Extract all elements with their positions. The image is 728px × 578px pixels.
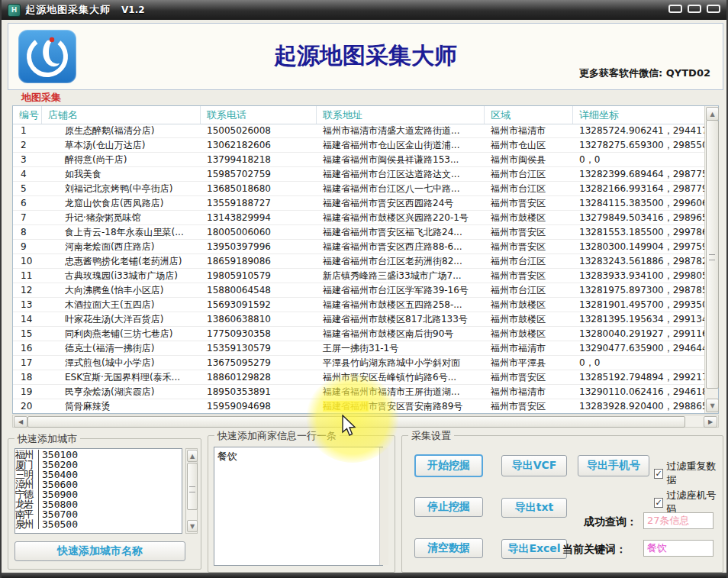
scroll-up-icon[interactable]: ▲ [187,450,198,462]
city-list-scrollbar[interactable]: ▲ ▼ [185,448,198,534]
cell-phone: 17750930358 [201,328,317,339]
table-row[interactable]: 17潭式煎包(城中小学店)13675095279平潭县竹屿湖东路城中小学斜对面福… [13,356,704,370]
city-item[interactable]: 厦门350200 [15,460,182,470]
table-row[interactable]: 8食上青云-18年永泰山里菜(...18005006060福建省福州市晋安区福飞… [13,225,704,240]
success-query-field[interactable]: 27条信息 [643,512,714,529]
city-name: 厦门 [15,460,39,470]
export-vcf-button[interactable]: 导出VCF [501,455,567,476]
table-row[interactable]: 18ESK宜斯·无国界料理(泰禾...18860129828福州市晋安区岳峰镇竹… [13,370,704,385]
table-row[interactable]: 1原生态醉鹅(福清分店)15005026008福州市福清市清盛大道宏路街道...… [13,124,704,138]
cell-coords: 13278275.659300，2985507. [573,139,704,152]
quick-merchant-title: 快速添加商家信息一行一条 [214,429,340,443]
start-mining-button[interactable]: 开始挖掘 [414,454,483,477]
cell-region: 福州市晋安区 [485,226,573,239]
scroll-down-icon[interactable]: ▼ [187,520,198,532]
cell-address: 新店镇秀峰路三盛i33城市广场7... [317,270,485,283]
col-header-phone[interactable]: 联系电话 [201,106,317,124]
city-item[interactable]: 泉州350500 [15,519,182,529]
city-item[interactable]: 福州350100 [15,450,182,460]
clear-data-button[interactable]: 清空数据 [414,538,483,558]
scroll-down-icon[interactable]: ▼ [706,399,719,412]
cell-phone: 13860638810 [201,314,317,325]
table-row[interactable]: 2草本汤(仓山万达店)13062182606福建省福州市仓山区金山街道浦...福… [13,138,704,153]
cell-phone: 15693091592 [201,299,317,310]
cell-region: 福州市台江区 [485,182,573,195]
table-row[interactable]: 3醉得意(尚干店)13799418218福建省福州市闽侯县祥谦路153...福州… [13,153,704,167]
table-row[interactable]: 15同利肉燕老铺(三坊七巷店)17750930358福建省福州市鼓楼区南后街90… [13,327,704,341]
table-vertical-scrollbar[interactable]: ▲ ▼ [704,106,718,413]
col-header-coords[interactable]: 详细坐标 [573,106,704,124]
close-button[interactable] [707,5,720,13]
maximize-button[interactable] [688,5,701,13]
table-row[interactable]: 10忠惠酱鸭捞化老铺(老药洲店)18659189086福建省福州市台江区老药洲街… [13,254,704,269]
cell-name: 筒骨麻辣烫 [42,400,201,413]
cell-name: 忠惠酱鸭捞化老铺(老药洲店) [42,255,201,268]
add-city-button[interactable]: 快速添加城市名称 [14,541,185,561]
mouse-cursor [340,415,357,441]
table-row[interactable]: 7升记·猪杂粥觅味馆13143829994福建省福州市鼓楼区兴园路220-1号福… [13,211,704,225]
table-horizontal-scrollbar[interactable]: ◀ ▶ [12,415,719,428]
cell-id: 19 [13,386,42,397]
title-bar[interactable]: H 起源地图采集大师 V1.2 [2,0,726,20]
cell-coords: 13283928.920400，2988658. [573,400,704,413]
table-row[interactable]: 16德克士(福清一拂街店)15359130579王屏一拂街31-1号福州市福清市… [13,341,704,356]
table-row[interactable]: 20筒骨麻辣烫15959094698福建省福州市晋安区晋安南路89号福州市晋安区… [13,399,704,413]
city-list[interactable]: 福州350100厦门350200三明350400漳州350600宁德350900… [14,448,182,534]
table-row[interactable]: 4如我美食15985702759福建省福州市台江区达道路达文...福州市台江区1… [13,167,704,182]
cell-address: 平潭县竹屿湖东路城中小学斜对面 [317,357,485,370]
table-row[interactable]: 5刘福记北京烤鸭(中亭街店)13685018680福建省福州市台江区八一七中路.… [13,182,704,196]
city-item[interactable]: 漳州350600 [15,480,182,489]
checkbox-checked-icon[interactable]: ✓ [654,498,663,508]
tab-map-collect[interactable]: 地图采集 [21,91,61,105]
window-title: 起源地图采集大师 [25,3,111,17]
filter-duplicate-checkbox[interactable]: ✓ 过滤重复数据 [654,460,723,487]
city-item[interactable]: 三明350400 [15,470,182,480]
checkbox-checked-icon[interactable]: ✓ [654,469,663,479]
export-excel-button[interactable]: 导出Excel [501,539,567,559]
export-phone-button[interactable]: 导出手机号 [578,455,649,476]
col-header-region[interactable]: 区域 [485,106,573,124]
cell-id: 10 [13,256,42,266]
cell-region: 福州市台江区 [485,284,573,297]
stop-mining-button[interactable]: 停止挖掘 [414,497,483,517]
export-txt-button[interactable]: 导出txt [501,498,567,518]
scroll-left-icon[interactable]: ◀ [14,416,27,428]
quick-city-title: 快速添加城市 [14,432,80,446]
cell-coords: 13285192.794894，2992179. [573,371,704,384]
table-row[interactable]: 19民亨杂烩汤(湖滨霞店)18950353891福建省福州市福清市王屏街道湖..… [13,385,704,399]
table-row[interactable]: 9河南老烩面(西庄路店)13950397996福建省福州市晋安区西庄路88-6.… [13,240,704,254]
cell-region: 福州市福清市 [485,342,573,355]
cell-coords: 13283933.934100，2998051. [573,270,704,283]
city-name: 漳州 [15,480,39,489]
city-item[interactable]: 宁德350900 [15,489,182,499]
city-item[interactable]: 南平350700 [15,509,182,519]
table-row[interactable]: 13木酒拉面大王(五四店)15693091592福建省福州市鼓楼区五四路258-… [13,298,704,312]
cell-region: 福州市晋安区 [485,371,573,384]
cell-address: 福建省福州市台江区学军路39-16号 [317,284,485,297]
cell-id: 6 [13,198,42,208]
cell-coords: 0，0 [573,357,704,370]
cell-address: 福建省福州市鼓楼区兴园路220-1号 [317,212,485,224]
cell-phone: 13675095279 [201,357,317,368]
merchant-scrollbar[interactable] [379,447,388,565]
col-header-id[interactable]: 编号 [13,106,42,124]
table-row[interactable]: 14叶家花生汤(大洋百货店)13860638810福建省福州市鼓楼区817北路1… [13,312,704,327]
scroll-up-icon[interactable]: ▲ [706,107,719,121]
vertical-scroll-thumb[interactable] [706,120,719,389]
col-header-address[interactable]: 联系地址 [317,106,485,124]
cell-name: 草本汤(仓山万达店) [42,139,201,152]
table-row[interactable]: 12大向沸腾鱼(怡丰小区店)15880064548福建省福州市台江区学军路39-… [13,283,704,298]
scroll-right-icon[interactable]: ▶ [704,416,717,428]
cell-phone: 15359130579 [201,343,317,354]
minimize-button[interactable] [668,5,682,13]
cell-address: 福建省福州市晋安区西庄路88-6... [317,241,485,253]
col-header-name[interactable]: 店铺名 [42,106,201,124]
city-scroll-thumb[interactable] [187,463,198,510]
cell-name: 河南老烩面(西庄路店) [42,241,201,253]
current-keyword-field[interactable]: 餐饮 [643,540,714,557]
city-item[interactable]: 龙岩350800 [15,499,182,509]
table-row[interactable]: 11古典玫瑰园(i33城市广场店)19805910579新店镇秀峰路三盛i33城… [13,269,704,283]
table-row[interactable]: 6龙窟山饮食店(西凤路店)13559188727福建省福州市晋安区西园路24号福… [13,196,704,211]
cell-phone: 13799418218 [201,154,317,165]
merchant-textarea[interactable]: 餐饮 [214,447,383,566]
